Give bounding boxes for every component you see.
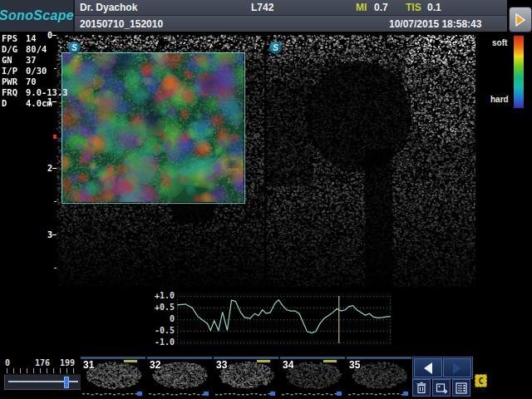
- tis-value: 0.1: [427, 2, 441, 13]
- param-row: GN37: [2, 55, 68, 66]
- left-arrow-icon: [424, 362, 432, 374]
- thumbnail-nav-panel: [412, 357, 473, 379]
- thumbnail-number: 32: [150, 359, 160, 371]
- right-arrow-icon: [453, 362, 461, 374]
- right-image-canvas[interactable]: [266, 35, 475, 287]
- param-row: I/P0/30: [2, 66, 68, 76]
- y-tick: -1.0: [150, 338, 175, 347]
- header-row-1: Dr. Dyachok L742 MI 0.7 TIS 0.1: [75, 0, 507, 16]
- elasto-roi-box[interactable]: [62, 52, 245, 204]
- ruler-tick: [52, 168, 57, 169]
- mi-label: MI: [356, 2, 367, 13]
- ruler-tick-minor: [54, 201, 57, 202]
- sonoscape-badge: S: [68, 42, 81, 54]
- focus-position-marker: [53, 135, 57, 139]
- imaging-parameters: FPS14 D/G80/4 GN37 I/P0/30 PWR70 FRQ9.0-…: [2, 33, 68, 109]
- header-row-2: 20150710_152010 10/07/2015 18:58:43: [75, 16, 507, 32]
- elasto-colorbar: [514, 36, 524, 108]
- thumbnail-strip: 31 32 33 34 35: [81, 357, 413, 397]
- brand-logo-block: SonoScape: [0, 0, 75, 32]
- image-browser-button[interactable]: [452, 379, 470, 397]
- param-row: D/G80/4: [2, 44, 68, 55]
- param-row: FRQ9.0-13.3: [2, 87, 68, 98]
- patient-name: Dr. Dyachok: [80, 2, 137, 13]
- datetime: 10/07/2015 18:58:43: [389, 18, 481, 30]
- y-tick: -0.5: [150, 327, 175, 335]
- thumbnail-32[interactable]: 32: [147, 357, 212, 397]
- strain-graph-svg: [177, 296, 391, 343]
- thumbnail-31[interactable]: 31: [81, 357, 145, 397]
- thumbnail-number: 34: [283, 359, 293, 371]
- exam-id: 20150710_152010: [80, 18, 163, 30]
- prev-page-button[interactable]: [414, 358, 442, 377]
- slider-tick-scale: [7, 368, 78, 373]
- export-image-button[interactable]: [432, 379, 451, 397]
- play-triangle-icon: [515, 13, 526, 27]
- mi-value: 0.7: [374, 2, 388, 13]
- y-tick: +0.5: [150, 303, 175, 312]
- param-row: D4.0cm: [2, 98, 68, 109]
- cine-type-badge: C: [475, 374, 487, 387]
- hard-label: hard: [490, 95, 509, 104]
- bmode-image-pane[interactable]: S: [266, 35, 475, 287]
- slider-label: 199: [60, 359, 75, 367]
- probe-model: L742: [251, 2, 273, 13]
- ruler-mark: 3: [47, 231, 52, 239]
- freeze-button[interactable]: [509, 7, 532, 32]
- y-tick: 0: [150, 315, 175, 323]
- ruler-mark: 2: [47, 165, 52, 173]
- thumbnail-number: 33: [216, 359, 227, 371]
- slider-label: 176: [35, 359, 50, 367]
- brand-logo: SonoScape: [0, 8, 74, 23]
- ruler-tick-minor: [54, 268, 57, 268]
- trash-icon: [416, 382, 427, 394]
- thumbnail-35[interactable]: 35: [347, 357, 411, 397]
- soft-label: soft: [492, 38, 507, 47]
- y-tick: +1.0: [150, 292, 175, 300]
- slider-label: 0: [5, 359, 10, 367]
- delete-image-button[interactable]: [412, 379, 431, 397]
- ultrasound-screen: SonoScape Dr. Dyachok L742 MI 0.7 TIS 0.…: [0, 0, 532, 399]
- slider-handle[interactable]: [64, 377, 69, 388]
- param-row: FPS14: [2, 33, 68, 44]
- elastography-image-pane[interactable]: S: [57, 35, 264, 287]
- thumbnail-number: 35: [349, 359, 360, 371]
- param-row: PWR70: [2, 76, 68, 87]
- image-list-icon: [456, 382, 467, 394]
- slider-track[interactable]: [4, 374, 82, 390]
- ruler-tick: [52, 234, 57, 235]
- cine-slider: 0 176 199: [3, 359, 83, 392]
- thumbnail-34[interactable]: 34: [280, 357, 345, 397]
- strain-curve-graph: [177, 296, 391, 343]
- export-frame-icon: [436, 382, 448, 394]
- thumbnail-33[interactable]: 33: [214, 357, 278, 397]
- tis-label: TIS: [406, 2, 421, 13]
- next-page-button[interactable]: [443, 358, 471, 377]
- thumbnail-number: 31: [83, 359, 94, 371]
- sonoscape-badge: S: [269, 42, 282, 54]
